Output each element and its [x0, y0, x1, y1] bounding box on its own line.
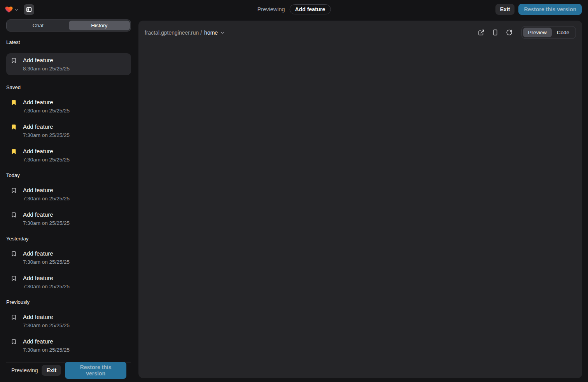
history-sidebar: Chat History Latest Add feature 8:30am o…	[6, 19, 131, 377]
version-title: Add feature	[23, 338, 70, 345]
mobile-view-button[interactable]	[492, 29, 499, 36]
version-item[interactable]: Add feature 7:30am on 25/25/25	[6, 186, 131, 202]
exit-button[interactable]: Exit	[42, 365, 61, 376]
version-title: Add feature	[23, 250, 70, 258]
app-logo-menu[interactable]	[5, 5, 19, 14]
open-in-new-tab-button[interactable]	[478, 29, 485, 36]
section-today: Today Add feature 7:30am on 25/25/25 Add…	[6, 172, 131, 226]
restore-version-button[interactable]: Restore this version	[65, 362, 126, 379]
bookmark-icon	[11, 339, 17, 353]
version-timestamp: 7:30am on 25/25/25	[23, 195, 70, 202]
version-item[interactable]: Add feature 7:30am on 25/25/25	[6, 98, 131, 114]
version-badge: Add feature	[290, 4, 331, 14]
version-timestamp: 7:30am on 25/25/25	[23, 322, 70, 329]
version-timestamp: 7:30am on 25/25/25	[23, 259, 70, 265]
bookmark-filled-icon	[11, 124, 17, 138]
version-timestamp: 8:30am on 25/25/25	[23, 65, 70, 72]
section-title: Yesterday	[6, 236, 131, 242]
sidebar-tabs: Chat History	[6, 19, 131, 32]
section-yesterday: Yesterday Add feature 7:30am on 25/25/25…	[6, 236, 131, 290]
section-saved: Saved Add feature 7:30am on 25/25/25 Add…	[6, 84, 131, 163]
tab-chat[interactable]: Chat	[7, 21, 69, 30]
refresh-button[interactable]	[506, 29, 513, 36]
bookmark-filled-icon	[11, 100, 17, 114]
version-title: Add feature	[23, 313, 70, 321]
version-history-list: Latest Add feature 8:30am on 25/25/25 Sa…	[6, 39, 131, 363]
version-title: Add feature	[23, 147, 70, 155]
smartphone-icon	[492, 29, 499, 36]
restore-version-button[interactable]: Restore this version	[518, 4, 582, 15]
version-timestamp: 7:30am on 25/25/25	[23, 132, 70, 138]
version-item[interactable]: Add feature 7:30am on 25/25/25	[6, 338, 131, 353]
section-previously: Previously Add feature 7:30am on 25/25/2…	[6, 299, 131, 353]
version-item[interactable]: Add feature 8:30am on 25/25/25	[6, 53, 131, 75]
section-latest: Latest Add feature 8:30am on 25/25/25	[6, 39, 131, 75]
topbar: Previewing Add feature Exit Restore this…	[0, 0, 588, 19]
url-route-label: home	[204, 30, 218, 36]
url-route-selector[interactable]: fractal.gptengineer.run / home	[145, 30, 225, 36]
previewing-status-label: Previewing	[257, 6, 285, 12]
sidebar-toggle-button[interactable]	[24, 4, 34, 15]
version-item[interactable]: Add feature 7:30am on 25/25/25	[6, 123, 131, 138]
section-title: Previously	[6, 299, 131, 305]
preview-panel: fractal.gptengineer.run / home	[138, 21, 582, 378]
version-timestamp: 7:30am on 25/25/25	[23, 220, 70, 226]
chevron-down-icon	[220, 30, 225, 35]
version-timestamp: 7:30am on 25/25/25	[23, 156, 70, 163]
bookmark-icon	[11, 251, 17, 265]
external-link-icon	[478, 29, 485, 36]
version-timestamp: 7:30am on 25/25/25	[23, 347, 70, 353]
version-title: Add feature	[23, 123, 70, 131]
tab-history[interactable]: History	[69, 21, 130, 30]
bookmark-icon	[11, 58, 17, 72]
version-item[interactable]: Add feature 7:30am on 25/25/25	[6, 211, 131, 226]
preview-code-toggle: Preview Code	[522, 26, 576, 39]
version-title: Add feature	[23, 98, 70, 106]
tab-code[interactable]: Code	[552, 28, 574, 37]
bookmark-icon	[11, 212, 17, 226]
version-timestamp: 7:30am on 25/25/25	[23, 283, 70, 290]
preview-header: fractal.gptengineer.run / home	[138, 21, 582, 44]
bookmark-icon	[11, 314, 17, 329]
chevron-down-icon	[14, 8, 19, 12]
version-title: Add feature	[23, 274, 70, 282]
version-item[interactable]: Add feature 7:30am on 25/25/25	[6, 274, 131, 290]
version-timestamp: 7:30am on 25/25/25	[23, 107, 70, 114]
sidebar-footer: Previewing Exit Restore this version	[6, 363, 131, 377]
version-title: Add feature	[23, 211, 70, 219]
version-title: Add feature	[23, 56, 70, 64]
heart-logo-icon	[5, 5, 13, 14]
section-title: Latest	[6, 39, 131, 46]
exit-button[interactable]: Exit	[495, 4, 515, 15]
tab-preview[interactable]: Preview	[523, 28, 552, 37]
url-domain-label: fractal.gptengineer.run /	[145, 30, 202, 36]
version-item[interactable]: Add feature 7:30am on 25/25/25	[6, 147, 131, 163]
version-item[interactable]: Add feature 7:30am on 25/25/25	[6, 250, 131, 265]
version-item[interactable]: Add feature 7:30am on 25/25/25	[6, 313, 131, 329]
section-title: Saved	[6, 84, 131, 91]
refresh-icon	[506, 29, 513, 36]
bookmark-filled-icon	[11, 149, 17, 163]
version-title: Add feature	[23, 186, 70, 194]
previewing-status-label: Previewing	[11, 367, 38, 373]
panel-left-icon	[26, 6, 32, 13]
bookmark-icon	[11, 187, 17, 202]
section-title: Today	[6, 172, 131, 179]
bookmark-icon	[11, 275, 17, 290]
